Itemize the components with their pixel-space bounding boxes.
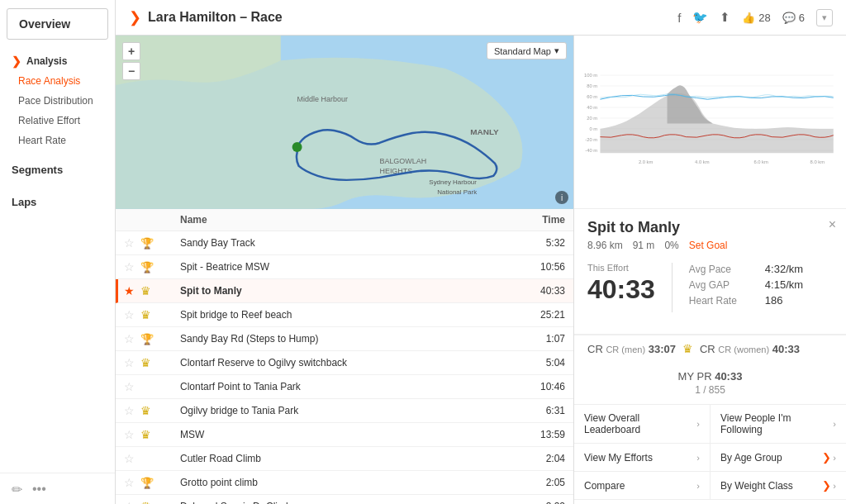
effort-label: This Effort xyxy=(587,263,655,273)
crown-icon: ♛ xyxy=(140,356,160,369)
svg-text:20 m: 20 m xyxy=(587,116,597,121)
chevron-right-icon: › xyxy=(833,419,836,429)
star-icon[interactable]: ☆ xyxy=(124,404,140,417)
share-icon[interactable]: ⬆ xyxy=(720,10,730,25)
laps-nav[interactable]: Laps xyxy=(0,189,115,215)
segment-name[interactable]: Grotto point climb xyxy=(180,477,499,488)
col-name-header: Name xyxy=(180,214,499,226)
overview-nav[interactable]: Overview xyxy=(7,8,108,40)
crown-icon: ♛ xyxy=(140,500,160,504)
table-row[interactable]: ☆ ♛ Clontarf Reserve to Ogilvy switchbac… xyxy=(116,351,573,375)
segment-time: 10:46 xyxy=(499,381,565,392)
segment-name[interactable]: Ogilvy bridge to Tania Park xyxy=(180,405,499,416)
sidebar-item-pace-distribution[interactable]: Pace Distribution xyxy=(0,91,115,111)
map-info-icon[interactable]: i xyxy=(555,191,568,204)
comment-button[interactable]: 💬 6 xyxy=(782,12,805,24)
view-overall-leaderboard-button[interactable]: View Overall Leaderboard › xyxy=(574,405,711,443)
dropdown-arrow-icon: ▾ xyxy=(554,45,559,56)
more-options-icon[interactable]: ••• xyxy=(32,482,46,497)
chevron-right-icon: › xyxy=(696,419,700,429)
svg-text:60 m: 60 m xyxy=(587,94,597,99)
zoom-in-button[interactable]: + xyxy=(122,42,140,60)
twitter-icon[interactable]: 🐦 xyxy=(692,10,708,25)
star-icon[interactable]: ☆ xyxy=(124,356,140,369)
avg-gap-label: Avg GAP xyxy=(689,279,755,291)
star-icon[interactable]: ☆ xyxy=(124,428,140,441)
zoom-out-button[interactable]: − xyxy=(122,62,140,80)
table-row[interactable]: ☆ 🏆 Spit - Beatrice MSW 10:56 xyxy=(116,255,573,279)
close-button[interactable]: × xyxy=(829,217,836,232)
table-row[interactable]: ☆ 🏆 Sandy Bay Rd (Steps to Hump) 1:07 xyxy=(116,327,573,351)
segment-time: 5:32 xyxy=(499,237,565,249)
star-icon[interactable]: ☆ xyxy=(124,332,140,345)
star-icon[interactable]: ☆ xyxy=(124,452,140,465)
strava-logo-icon: ❯ xyxy=(129,8,141,26)
star-icon[interactable]: ☆ xyxy=(124,500,140,504)
svg-text:8.0 km: 8.0 km xyxy=(810,159,825,164)
facebook-icon[interactable]: f xyxy=(677,11,681,25)
analysis-section: ❯ Analysis xyxy=(0,48,115,71)
more-dropdown[interactable]: ▾ xyxy=(816,9,833,26)
star-icon[interactable]: ☆ xyxy=(124,308,140,321)
table-row[interactable]: ☆ ♛ Ogilvy bridge to Tania Park 6:31 xyxy=(116,399,573,423)
by-age-group-button[interactable]: By Age Group ❯ › xyxy=(711,444,846,471)
star-icon[interactable]: ☆ xyxy=(124,260,140,273)
trophy-icon: 🏆 xyxy=(140,477,160,489)
segment-name[interactable]: Sandy Bay Track xyxy=(180,237,499,249)
edit-icon[interactable]: ✏ xyxy=(12,482,22,497)
sidebar-item-relative-effort[interactable]: Relative Effort xyxy=(0,111,115,131)
chevron-right-icon: › xyxy=(696,481,700,491)
trophy-icon: 🏆 xyxy=(140,237,160,250)
sidebar-item-race-analysis[interactable]: Race Analysis xyxy=(0,71,115,91)
view-people-following-button[interactable]: View People I'm Following › xyxy=(711,405,846,443)
segment-detail-title: Spit to Manly xyxy=(587,219,833,236)
thumbs-up-icon: 👍 xyxy=(742,12,755,24)
segments-nav[interactable]: Segments xyxy=(0,157,115,183)
sidebar-item-heart-rate[interactable]: Heart Rate xyxy=(0,131,115,150)
segment-detail-meta: 8.96 km 91 m 0% Set Goal xyxy=(587,240,833,251)
map-type-selector[interactable]: Standard Map ▾ xyxy=(487,42,567,59)
trophy-icon: 🏆 xyxy=(140,261,160,273)
page-title: Lara Hamilton – Race xyxy=(148,10,677,25)
table-row[interactable]: ☆ Clontarf Point to Tania Park 10:46 xyxy=(116,375,573,399)
segment-time: 3:32 xyxy=(499,501,565,504)
segment-name[interactable]: MSW xyxy=(180,429,499,440)
avg-pace-value: 4:32/km xyxy=(765,263,803,275)
cr-trophy-icon: ♛ xyxy=(682,342,693,355)
segment-name[interactable]: Dobroyd Scenic Dr Climb xyxy=(180,501,499,504)
trophy-icon: 🏆 xyxy=(140,333,160,345)
orange-chevron-icon: ❯ › xyxy=(822,479,836,492)
set-goal-link[interactable]: Set Goal xyxy=(689,240,728,251)
segment-name[interactable]: Clontarf Reserve to Ogilvy switchback xyxy=(180,357,499,368)
view-my-efforts-button[interactable]: View My Efforts › xyxy=(574,444,711,471)
svg-text:0 m: 0 m xyxy=(590,126,598,131)
star-icon[interactable]: ☆ xyxy=(124,476,140,489)
segment-name[interactable]: Clontarf Point to Tania Park xyxy=(180,381,499,392)
segment-name[interactable]: Cutler Road Climb xyxy=(180,453,499,464)
compare-button[interactable]: Compare › xyxy=(574,472,711,499)
star-icon-active[interactable]: ★ xyxy=(124,284,140,297)
segment-name-highlighted[interactable]: Spit to Manly xyxy=(180,285,499,297)
star-icon[interactable]: ☆ xyxy=(124,380,140,393)
segment-name[interactable]: Sandy Bay Rd (Steps to Hump) xyxy=(180,333,499,345)
table-row[interactable]: ☆ ♛ MSW 13:59 xyxy=(116,423,573,447)
star-icon[interactable]: ☆ xyxy=(124,236,140,250)
page-header: ❯ Lara Hamilton – Race f 🐦 ⬆ 👍 28 💬 6 ▾ xyxy=(116,0,846,36)
chart-svg: 100 m 80 m 60 m 40 m 20 m 0 m -20 m -40 … xyxy=(584,42,836,202)
table-row[interactable]: ☆ ♛ Spit bridge to Reef beach 25:21 xyxy=(116,303,573,327)
table-row-highlighted[interactable]: ★ ♛ Spit to Manly 40:33 xyxy=(116,279,573,303)
table-row[interactable]: ☆ 🏆 Grotto point climb 2:05 xyxy=(116,471,573,495)
like-button[interactable]: 👍 28 xyxy=(742,12,770,24)
segment-name[interactable]: Spit bridge to Reef beach xyxy=(180,309,499,321)
svg-text:MANLY: MANLY xyxy=(470,127,499,136)
map-container: BALGOWLAH HEIGHTS MANLY Middle Harbour S… xyxy=(116,36,573,209)
pr-value: 40:33 xyxy=(715,370,742,383)
svg-text:2.0 km: 2.0 km xyxy=(639,159,654,164)
comment-icon: 💬 xyxy=(782,12,796,24)
table-row[interactable]: ☆ Cutler Road Climb 2:04 xyxy=(116,447,573,471)
table-row[interactable]: ☆ ♛ Dobroyd Scenic Dr Climb 3:32 xyxy=(116,495,573,504)
svg-text:BALGOWLAH: BALGOWLAH xyxy=(379,157,426,165)
segment-name[interactable]: Spit - Beatrice MSW xyxy=(180,261,499,273)
table-row[interactable]: ☆ 🏆 Sandy Bay Track 5:32 xyxy=(116,231,573,255)
by-weight-class-button[interactable]: By Weight Class ❯ › xyxy=(711,472,846,499)
